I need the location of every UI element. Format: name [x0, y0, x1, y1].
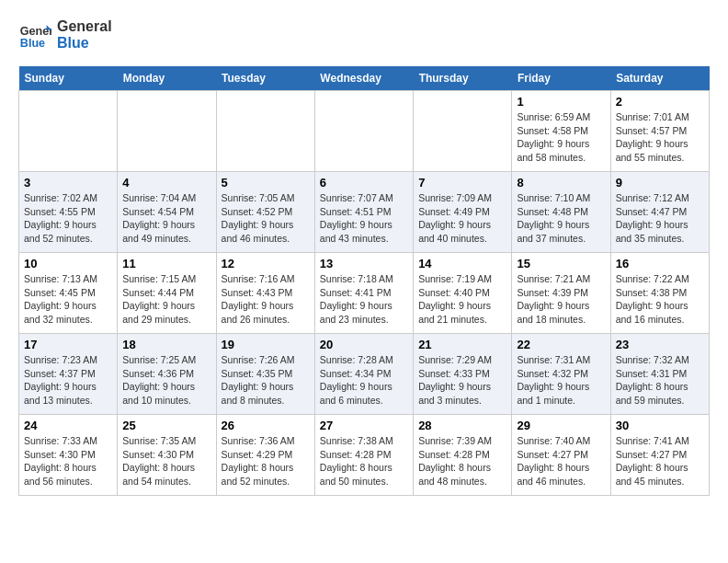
calendar-cell	[19, 91, 118, 172]
day-number: 13	[320, 257, 408, 270]
calendar-cell: 29Sunrise: 7:40 AM Sunset: 4:27 PM Dayli…	[512, 415, 610, 496]
calendar-cell	[216, 91, 314, 172]
day-number: 15	[517, 257, 605, 270]
day-info: Sunrise: 7:26 AM Sunset: 4:35 PM Dayligh…	[222, 353, 310, 408]
logo: General Blue General Blue	[18, 18, 112, 52]
calendar-cell: 25Sunrise: 7:35 AM Sunset: 4:30 PM Dayli…	[118, 415, 216, 496]
calendar-cell: 15Sunrise: 7:21 AM Sunset: 4:39 PM Dayli…	[512, 253, 610, 334]
calendar-cell: 8Sunrise: 7:10 AM Sunset: 4:48 PM Daylig…	[512, 172, 610, 253]
calendar-cell: 19Sunrise: 7:26 AM Sunset: 4:35 PM Dayli…	[216, 334, 314, 415]
calendar-cell	[314, 91, 413, 172]
calendar-cell: 10Sunrise: 7:13 AM Sunset: 4:45 PM Dayli…	[19, 253, 118, 334]
calendar-cell: 5Sunrise: 7:05 AM Sunset: 4:52 PM Daylig…	[216, 172, 314, 253]
page-header: General Blue General Blue	[18, 18, 710, 52]
day-number: 20	[320, 338, 408, 351]
calendar-cell: 3Sunrise: 7:02 AM Sunset: 4:55 PM Daylig…	[19, 172, 118, 253]
calendar-cell: 21Sunrise: 7:29 AM Sunset: 4:33 PM Dayli…	[414, 334, 512, 415]
calendar-cell: 4Sunrise: 7:04 AM Sunset: 4:54 PM Daylig…	[118, 172, 216, 253]
calendar-cell: 6Sunrise: 7:07 AM Sunset: 4:51 PM Daylig…	[314, 172, 413, 253]
day-info: Sunrise: 7:33 AM Sunset: 4:30 PM Dayligh…	[24, 434, 112, 488]
day-info: Sunrise: 7:05 AM Sunset: 4:52 PM Dayligh…	[222, 191, 310, 246]
calendar-week-row: 24Sunrise: 7:33 AM Sunset: 4:30 PM Dayli…	[19, 415, 710, 496]
day-number: 8	[517, 176, 605, 190]
day-number: 10	[24, 257, 112, 270]
day-number: 27	[320, 419, 408, 432]
day-number: 5	[222, 176, 310, 190]
svg-text:Blue: Blue	[20, 37, 45, 50]
weekday-header: Wednesday	[314, 66, 413, 91]
day-number: 6	[320, 176, 408, 190]
day-info: Sunrise: 7:31 AM Sunset: 4:32 PM Dayligh…	[517, 353, 605, 408]
day-number: 19	[222, 338, 310, 351]
day-number: 16	[616, 257, 704, 270]
calendar-cell: 24Sunrise: 7:33 AM Sunset: 4:30 PM Dayli…	[19, 415, 118, 496]
day-number: 4	[122, 176, 210, 190]
calendar-cell: 18Sunrise: 7:25 AM Sunset: 4:36 PM Dayli…	[118, 334, 216, 415]
day-info: Sunrise: 7:40 AM Sunset: 4:27 PM Dayligh…	[517, 434, 605, 488]
calendar-cell: 27Sunrise: 7:38 AM Sunset: 4:28 PM Dayli…	[314, 415, 413, 496]
weekday-header: Thursday	[414, 66, 512, 91]
calendar-cell: 23Sunrise: 7:32 AM Sunset: 4:31 PM Dayli…	[610, 334, 709, 415]
logo-name-general: General	[57, 18, 112, 35]
calendar-cell	[118, 91, 216, 172]
day-info: Sunrise: 7:32 AM Sunset: 4:31 PM Dayligh…	[616, 353, 704, 408]
day-info: Sunrise: 7:25 AM Sunset: 4:36 PM Dayligh…	[122, 353, 210, 408]
day-number: 18	[122, 338, 210, 351]
logo-name-blue: Blue	[57, 35, 112, 52]
day-info: Sunrise: 7:22 AM Sunset: 4:38 PM Dayligh…	[616, 272, 704, 327]
calendar-week-row: 10Sunrise: 7:13 AM Sunset: 4:45 PM Dayli…	[19, 253, 710, 334]
day-number: 17	[24, 338, 112, 351]
day-info: Sunrise: 7:23 AM Sunset: 4:37 PM Dayligh…	[24, 353, 112, 408]
weekday-header: Saturday	[610, 66, 709, 91]
day-info: Sunrise: 7:39 AM Sunset: 4:28 PM Dayligh…	[418, 434, 506, 488]
calendar-cell: 13Sunrise: 7:18 AM Sunset: 4:41 PM Dayli…	[314, 253, 413, 334]
calendar-cell: 22Sunrise: 7:31 AM Sunset: 4:32 PM Dayli…	[512, 334, 610, 415]
day-number: 9	[616, 176, 704, 190]
day-info: Sunrise: 7:38 AM Sunset: 4:28 PM Dayligh…	[320, 434, 408, 488]
calendar-cell: 17Sunrise: 7:23 AM Sunset: 4:37 PM Dayli…	[19, 334, 118, 415]
day-number: 2	[616, 95, 704, 109]
calendar-week-row: 3Sunrise: 7:02 AM Sunset: 4:55 PM Daylig…	[19, 172, 710, 253]
calendar-cell: 1Sunrise: 6:59 AM Sunset: 4:58 PM Daylig…	[512, 91, 610, 172]
calendar-cell: 9Sunrise: 7:12 AM Sunset: 4:47 PM Daylig…	[610, 172, 709, 253]
day-number: 12	[222, 257, 310, 270]
calendar-cell: 14Sunrise: 7:19 AM Sunset: 4:40 PM Dayli…	[414, 253, 512, 334]
day-info: Sunrise: 7:01 AM Sunset: 4:57 PM Dayligh…	[616, 110, 704, 165]
day-number: 24	[24, 419, 112, 432]
day-info: Sunrise: 7:21 AM Sunset: 4:39 PM Dayligh…	[517, 272, 605, 327]
day-info: Sunrise: 6:59 AM Sunset: 4:58 PM Dayligh…	[517, 110, 605, 165]
calendar-cell: 26Sunrise: 7:36 AM Sunset: 4:29 PM Dayli…	[216, 415, 314, 496]
calendar-cell: 28Sunrise: 7:39 AM Sunset: 4:28 PM Dayli…	[414, 415, 512, 496]
calendar-cell: 16Sunrise: 7:22 AM Sunset: 4:38 PM Dayli…	[610, 253, 709, 334]
weekday-header: Tuesday	[216, 66, 314, 91]
day-info: Sunrise: 7:09 AM Sunset: 4:49 PM Dayligh…	[418, 191, 506, 246]
calendar-cell: 30Sunrise: 7:41 AM Sunset: 4:27 PM Dayli…	[610, 415, 709, 496]
day-number: 3	[24, 176, 112, 190]
calendar-cell: 20Sunrise: 7:28 AM Sunset: 4:34 PM Dayli…	[314, 334, 413, 415]
calendar-cell: 12Sunrise: 7:16 AM Sunset: 4:43 PM Dayli…	[216, 253, 314, 334]
calendar-table: SundayMondayTuesdayWednesdayThursdayFrid…	[18, 66, 710, 496]
day-number: 1	[517, 95, 605, 109]
day-number: 30	[616, 419, 704, 432]
day-info: Sunrise: 7:10 AM Sunset: 4:48 PM Dayligh…	[517, 191, 605, 246]
day-number: 26	[222, 419, 310, 432]
weekday-header: Sunday	[19, 66, 118, 91]
day-number: 29	[517, 419, 605, 432]
day-info: Sunrise: 7:07 AM Sunset: 4:51 PM Dayligh…	[320, 191, 408, 246]
day-number: 7	[418, 176, 506, 190]
day-info: Sunrise: 7:41 AM Sunset: 4:27 PM Dayligh…	[616, 434, 704, 488]
day-number: 22	[517, 338, 605, 351]
logo-icon: General Blue	[18, 18, 51, 52]
header-row: SundayMondayTuesdayWednesdayThursdayFrid…	[19, 66, 710, 91]
calendar-week-row: 1Sunrise: 6:59 AM Sunset: 4:58 PM Daylig…	[19, 91, 710, 172]
calendar-cell	[414, 91, 512, 172]
day-info: Sunrise: 7:36 AM Sunset: 4:29 PM Dayligh…	[222, 434, 310, 488]
day-number: 28	[418, 419, 506, 432]
day-number: 25	[122, 419, 210, 432]
day-info: Sunrise: 7:28 AM Sunset: 4:34 PM Dayligh…	[320, 353, 408, 408]
day-info: Sunrise: 7:29 AM Sunset: 4:33 PM Dayligh…	[418, 353, 506, 408]
day-info: Sunrise: 7:12 AM Sunset: 4:47 PM Dayligh…	[616, 191, 704, 246]
day-number: 21	[418, 338, 506, 351]
calendar-cell: 2Sunrise: 7:01 AM Sunset: 4:57 PM Daylig…	[610, 91, 709, 172]
day-info: Sunrise: 7:02 AM Sunset: 4:55 PM Dayligh…	[24, 191, 112, 246]
